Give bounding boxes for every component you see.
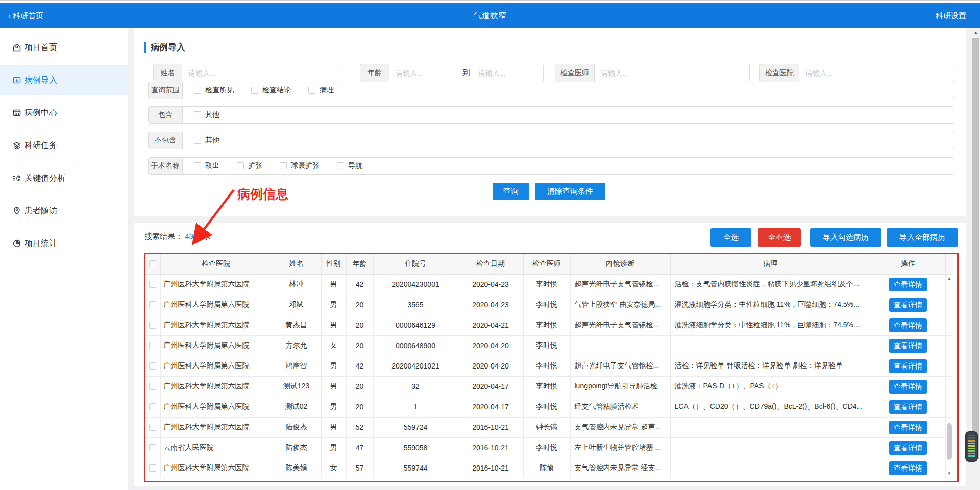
view-detail-button[interactable]: 查看详情 <box>889 339 927 353</box>
row-checkbox[interactable] <box>149 383 156 390</box>
date-cell: 2020-04-17 <box>458 397 523 417</box>
name-input[interactable] <box>182 64 339 82</box>
view-detail-button[interactable]: 查看详情 <box>889 298 927 312</box>
table-row: 广州医科大学附属第六医院黄杰昌男2000006461292020-04-21李时… <box>145 315 953 335</box>
header-scrollbar-gap <box>945 254 953 274</box>
sidebar-item-label: 病例中心 <box>24 97 57 128</box>
name-cell: 方尔允 <box>272 335 321 356</box>
deselect-all-button[interactable]: 全不选 <box>758 228 801 247</box>
case-table: 检查医院姓名性别年龄住院号检查日期检查医师内镜诊断病理操作 广州医科大学附属第六… <box>145 254 953 478</box>
checkbox-option[interactable]: 取出 <box>194 161 219 170</box>
pathology-cell <box>670 437 871 458</box>
table-scroll-up-icon[interactable]: ▲ <box>945 275 953 282</box>
checkbox-option[interactable]: 球囊扩张 <box>280 161 320 170</box>
checkbox-option-label: 扩张 <box>248 161 262 170</box>
row-checkbox[interactable] <box>149 362 156 370</box>
admission-no-cell: 0000646129 <box>373 315 458 335</box>
table-row: 广州医科大学附属第六医院鸠摩智男422020042010212020-04-20… <box>145 356 953 376</box>
sidebar-item-7[interactable]: 项目统计 <box>0 228 128 259</box>
import-selected-button[interactable]: 导入勾选病历 <box>810 228 881 247</box>
row-checkbox[interactable] <box>149 281 156 288</box>
page-scrollbar[interactable]: ▲ <box>972 28 980 490</box>
row-checkbox[interactable] <box>149 464 156 472</box>
table-row: 广州医科大学附属第六医院陈美娟女575597442016-10-21陈愉支气管腔… <box>145 458 953 478</box>
checkbox-icon[interactable] <box>194 87 201 94</box>
row-checkbox[interactable] <box>149 301 156 308</box>
name-cell: 陈美娟 <box>272 458 321 478</box>
hospital-cell: 广州医科大学附属第六医院 <box>160 458 272 478</box>
clear-conditions-button[interactable]: 清除查询条件 <box>535 183 605 200</box>
sidebar-item-6[interactable]: 患者随访 <box>0 195 128 226</box>
hospital-cell: 广州医科大学附属第六医院 <box>160 356 272 376</box>
checkbox-option[interactable]: 检查所见 <box>194 86 234 95</box>
view-detail-button[interactable]: 查看详情 <box>889 441 927 455</box>
pathology-cell <box>670 417 871 437</box>
row-checkbox[interactable] <box>149 424 156 431</box>
checkbox-option[interactable]: 病理 <box>308 86 334 95</box>
row-checkbox[interactable] <box>149 444 156 451</box>
sidebar-item-2[interactable]: 病例导入 <box>0 65 128 95</box>
view-detail-button[interactable]: 查看详情 <box>889 461 927 475</box>
checkbox-icon[interactable] <box>251 87 258 94</box>
checkbox-icon[interactable] <box>194 111 201 118</box>
checkbox-option-label: 导航 <box>348 161 362 170</box>
table-header-row: 检查医院姓名性别年龄住院号检查日期检查医师内镜诊断病理操作 <box>145 254 953 274</box>
row-select-cell <box>145 417 160 437</box>
doctor-input[interactable] <box>595 64 749 82</box>
checkbox-icon[interactable] <box>308 87 315 94</box>
header-checkbox[interactable] <box>149 260 156 267</box>
column-header: 住院号 <box>373 254 458 274</box>
endoscopy-cell: lungpoingt导航引导肺活检 <box>570 376 670 397</box>
gender-cell: 男 <box>321 376 346 397</box>
checkbox-icon[interactable] <box>194 137 201 144</box>
view-detail-button[interactable]: 查看详情 <box>889 421 927 434</box>
checkbox-icon[interactable] <box>337 162 344 169</box>
row-checkbox[interactable] <box>149 322 156 329</box>
view-detail-button[interactable]: 查看详情 <box>889 359 927 373</box>
top-bar: ‹ 科研首页 气道狭窄 科研设置 <box>0 3 980 28</box>
view-detail-button[interactable]: 查看详情 <box>889 400 927 414</box>
name-cell: 陆俊杰 <box>272 417 321 437</box>
age-from-input[interactable] <box>389 64 461 82</box>
pathology-cell: 活检：详见验单 针吸活检：详见验单 刷检：详见验单 <box>670 356 871 376</box>
column-header: 内镜诊断 <box>570 254 670 274</box>
settings-link[interactable]: 科研设置 <box>936 3 966 28</box>
checkbox-icon[interactable] <box>280 162 287 169</box>
checkbox-options: 检查所见检查结论病理 <box>183 82 334 99</box>
case-center-icon <box>12 108 21 117</box>
view-detail-button[interactable]: 查看详情 <box>889 380 927 394</box>
row-checkbox[interactable] <box>149 403 156 410</box>
age-to-input[interactable] <box>472 64 544 82</box>
import-all-button[interactable]: 导入全部病历 <box>887 228 958 247</box>
view-detail-button[interactable]: 查看详情 <box>889 278 927 291</box>
hospital-cell: 广州医科大学附属第六医院 <box>160 315 272 335</box>
page-scroll-thumb[interactable] <box>972 38 979 459</box>
checkbox-option[interactable]: 检查结论 <box>251 86 291 95</box>
row-checkbox[interactable] <box>149 342 156 349</box>
name-cell: 邓斌 <box>272 295 321 315</box>
table-scrollbar[interactable]: ▲ ▼ <box>945 274 953 478</box>
checkbox-option[interactable]: 扩张 <box>237 161 262 170</box>
sidebar-item-3[interactable]: 病例中心 <box>0 97 128 128</box>
sidebar-item-5[interactable]: 关键值分析 <box>0 163 128 193</box>
search-button[interactable]: 查询 <box>493 183 529 200</box>
sidebar-item-4[interactable]: 科研任务 <box>0 130 128 161</box>
floating-widget[interactable] <box>965 431 978 462</box>
checkbox-option[interactable]: 其他 <box>194 110 219 119</box>
table-scroll-thumb[interactable] <box>947 423 952 460</box>
gender-cell: 男 <box>321 417 346 437</box>
page-scroll-up-icon[interactable]: ▲ <box>972 29 980 36</box>
view-detail-button[interactable]: 查看详情 <box>889 318 927 332</box>
checkbox-icon[interactable] <box>194 162 201 169</box>
sidebar-item-1[interactable]: 项目首页 <box>0 32 128 63</box>
checkbox-option[interactable]: 其他 <box>194 136 219 145</box>
hospital-input[interactable] <box>799 64 954 82</box>
row-select-cell <box>145 458 160 478</box>
select-all-button[interactable]: 全选 <box>710 228 751 247</box>
checkbox-option[interactable]: 导航 <box>337 161 362 170</box>
admission-no-cell: 559744 <box>373 458 458 478</box>
sidebar-item-label: 患者随访 <box>24 195 57 226</box>
checkbox-icon[interactable] <box>237 162 244 169</box>
table-scroll-down-icon[interactable]: ▼ <box>945 470 953 477</box>
age-cell: 20 <box>346 295 373 315</box>
